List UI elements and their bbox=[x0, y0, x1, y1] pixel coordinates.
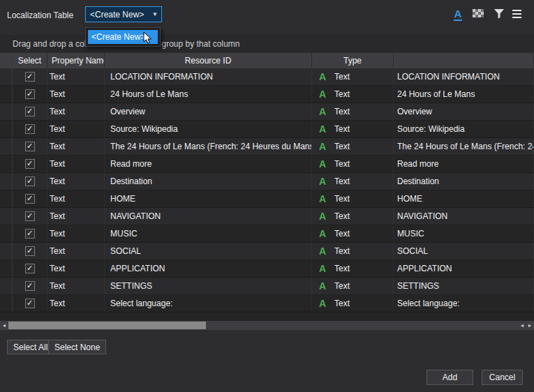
type-cell: A Text bbox=[312, 243, 394, 259]
type-label: Text bbox=[334, 264, 350, 273]
value-cell: APPLICATION bbox=[394, 260, 534, 277]
check-icon: ✓ bbox=[27, 107, 33, 115]
scroll-right-button[interactable]: ► bbox=[526, 321, 534, 330]
table-row[interactable]: ✓ Text Overview A Text Overview bbox=[0, 103, 534, 121]
table-row[interactable]: ✓ Text MUSIC A Text MUSIC bbox=[0, 225, 534, 243]
resource-id-cell: Select language: bbox=[105, 295, 312, 312]
type-label: Text bbox=[334, 281, 350, 291]
select-cell: ✓ bbox=[13, 121, 47, 137]
column-header-resource-id[interactable]: Resource ID bbox=[105, 53, 312, 68]
table-header: Select Property Name Resource ID Type bbox=[0, 53, 534, 68]
resource-id-cell: Read more bbox=[105, 156, 312, 172]
row-header-cell bbox=[0, 225, 13, 242]
text-resources-button[interactable]: A bbox=[450, 7, 466, 22]
row-checkbox[interactable]: ✓ bbox=[25, 246, 35, 256]
row-checkbox[interactable]: ✓ bbox=[25, 142, 35, 151]
table-row[interactable]: ✓ Text LOCATION INFORMATION A Text LOCAT… bbox=[0, 68, 534, 86]
type-label: Text bbox=[334, 142, 350, 151]
row-checkbox[interactable]: ✓ bbox=[25, 281, 35, 291]
table-row[interactable]: ✓ Text SETTINGS A Text SETTINGS bbox=[0, 278, 534, 295]
table-select-combobox[interactable]: <Create New> ▼ bbox=[85, 6, 162, 22]
filter-button[interactable] bbox=[491, 7, 507, 22]
table-row[interactable]: ✓ Text Read more A Text Read more bbox=[0, 156, 534, 173]
select-cell: ✓ bbox=[13, 278, 47, 294]
image-resources-button[interactable] bbox=[470, 7, 486, 22]
property-name-cell: Text bbox=[47, 295, 105, 312]
table-body: ✓ Text LOCATION INFORMATION A Text LOCAT… bbox=[0, 68, 534, 312]
check-icon: ✓ bbox=[27, 142, 33, 150]
table-row[interactable]: ✓ Text Select language: A Text Select la… bbox=[0, 295, 534, 312]
type-cell: A Text bbox=[312, 208, 394, 225]
row-checkbox[interactable]: ✓ bbox=[25, 159, 35, 169]
text-icon: A bbox=[454, 8, 463, 21]
text-type-icon: A bbox=[318, 158, 327, 169]
property-name-cell: Text bbox=[47, 173, 105, 190]
row-checkbox[interactable]: ✓ bbox=[25, 176, 35, 186]
select-all-button[interactable]: Select All bbox=[7, 340, 54, 354]
text-type-icon: A bbox=[318, 193, 327, 204]
type-label: Text bbox=[334, 176, 350, 186]
type-cell: A Text bbox=[312, 295, 394, 312]
row-checkbox[interactable]: ✓ bbox=[25, 194, 35, 204]
row-checkbox[interactable]: ✓ bbox=[25, 211, 35, 221]
select-cell: ✓ bbox=[13, 173, 47, 190]
type-label: Text bbox=[334, 194, 350, 204]
select-none-button[interactable]: Select None bbox=[48, 340, 106, 354]
scroll-left-button[interactable]: ◄ bbox=[0, 321, 8, 330]
table-row[interactable]: ✓ Text 24 Hours of Le Mans A Text 24 Hou… bbox=[0, 86, 534, 103]
check-icon: ✓ bbox=[27, 177, 33, 185]
value-cell: The 24 Hours of Le Mans (French: 24 bbox=[394, 138, 534, 155]
combobox-value: <Create New> bbox=[86, 10, 149, 20]
row-checkbox[interactable]: ✓ bbox=[25, 264, 35, 273]
row-checkbox[interactable]: ✓ bbox=[25, 124, 35, 134]
row-header-cell bbox=[0, 295, 13, 312]
resource-id-cell: SETTINGS bbox=[105, 278, 312, 294]
column-header-property-name[interactable]: Property Name bbox=[47, 53, 105, 68]
select-cell: ✓ bbox=[13, 86, 47, 103]
row-checkbox[interactable]: ✓ bbox=[25, 107, 35, 116]
value-cell: Source: Wikipedia bbox=[394, 121, 534, 137]
table-row[interactable]: ✓ Text HOME A Text HOME bbox=[0, 190, 534, 208]
menu-icon bbox=[512, 9, 522, 21]
property-name-cell: Text bbox=[47, 86, 105, 103]
resource-id-cell: NAVIGATION bbox=[105, 208, 312, 225]
column-header-type[interactable]: Type bbox=[312, 53, 394, 68]
row-header-cell bbox=[0, 243, 13, 259]
horizontal-scrollbar[interactable]: ◄ ◄ ► bbox=[0, 321, 534, 330]
table-row[interactable]: ✓ Text Destination A Text Destination bbox=[0, 173, 534, 190]
select-cell: ✓ bbox=[13, 68, 47, 85]
text-type-icon: A bbox=[318, 123, 327, 135]
value-cell: LOCATION INFORMATION bbox=[394, 68, 534, 85]
menu-button[interactable] bbox=[510, 7, 525, 22]
scrollbar-thumb[interactable] bbox=[8, 322, 206, 329]
type-cell: A Text bbox=[312, 225, 394, 242]
text-type-icon: A bbox=[318, 89, 327, 100]
row-checkbox[interactable]: ✓ bbox=[25, 299, 35, 308]
mouse-cursor bbox=[143, 31, 152, 47]
select-cell: ✓ bbox=[13, 208, 47, 225]
row-checkbox[interactable]: ✓ bbox=[25, 229, 35, 239]
filter-icon bbox=[494, 9, 504, 21]
column-header-value[interactable] bbox=[394, 53, 534, 68]
property-name-cell: Text bbox=[47, 225, 105, 242]
check-icon: ✓ bbox=[27, 90, 33, 98]
type-cell: A Text bbox=[312, 121, 394, 137]
select-cell: ✓ bbox=[13, 225, 47, 242]
add-button[interactable]: Add bbox=[427, 370, 473, 385]
text-type-icon: A bbox=[318, 141, 327, 152]
table-row[interactable]: ✓ Text SOCIAL A Text SOCIAL bbox=[0, 243, 534, 260]
page-title: Localization Table bbox=[7, 10, 73, 20]
row-checkbox[interactable]: ✓ bbox=[25, 89, 35, 99]
type-label: Text bbox=[334, 229, 350, 239]
row-checkbox[interactable]: ✓ bbox=[25, 72, 35, 82]
table-row[interactable]: ✓ Text Source: Wikipedia A Text Source: … bbox=[0, 121, 534, 138]
table-row[interactable]: ✓ Text NAVIGATION A Text NAVIGATION bbox=[0, 208, 534, 225]
value-cell: Destination bbox=[394, 173, 534, 190]
table-row[interactable]: ✓ Text APPLICATION A Text APPLICATION bbox=[0, 260, 534, 278]
type-cell: A Text bbox=[312, 86, 394, 103]
cancel-button[interactable]: Cancel bbox=[482, 370, 523, 385]
column-header-select[interactable]: Select bbox=[13, 53, 47, 68]
row-header-cell bbox=[0, 260, 13, 277]
table-row[interactable]: ✓ Text The 24 Hours of Le Mans (French: … bbox=[0, 138, 534, 156]
resource-id-cell: SOCIAL bbox=[105, 243, 312, 259]
